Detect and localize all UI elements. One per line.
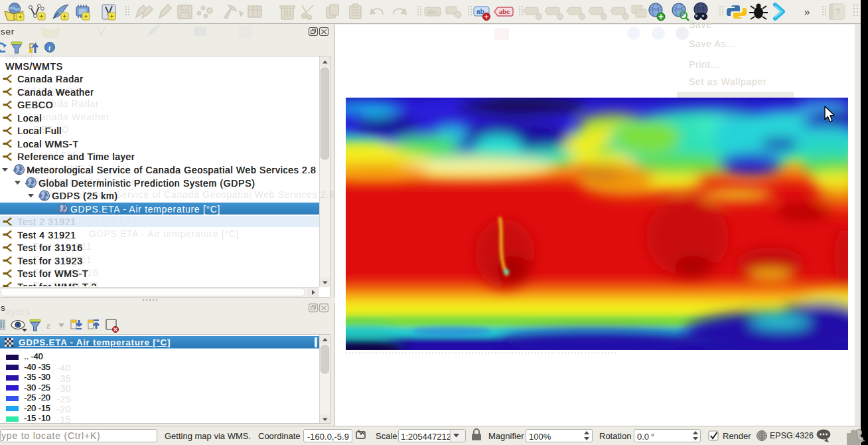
- svg-text:?: ?: [835, 7, 841, 17]
- svg-text:abc: abc: [499, 8, 510, 15]
- svg-text:abc: abc: [427, 9, 437, 15]
- svg-text:ab: ab: [476, 8, 484, 15]
- svg-text:»: »: [804, 6, 810, 17]
- svg-text:ε: ε: [46, 320, 50, 331]
